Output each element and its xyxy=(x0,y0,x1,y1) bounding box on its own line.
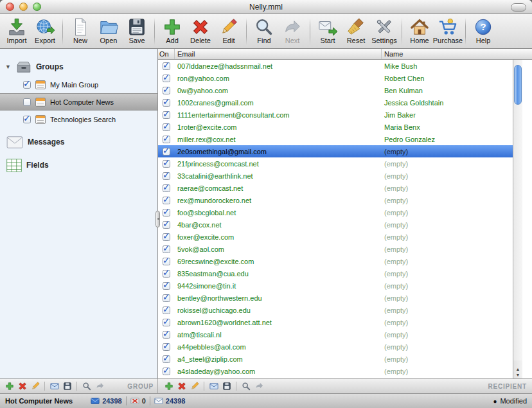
row-checkbox[interactable] xyxy=(163,245,170,253)
scrollbar-thumb[interactable] xyxy=(514,65,522,105)
recipient-add-button[interactable] xyxy=(163,381,174,392)
group-add-button[interactable] xyxy=(4,381,15,392)
row-checkbox[interactable] xyxy=(163,270,170,278)
recipient-mail-button[interactable] xyxy=(208,381,219,392)
sidebar-group-my-main-group[interactable]: My Main Group xyxy=(0,76,157,93)
table-row[interactable]: foxer@excite.com(empty) xyxy=(158,231,513,243)
column-header-on[interactable]: On xyxy=(158,49,175,59)
row-checkbox[interactable] xyxy=(163,306,170,314)
new-button[interactable]: New xyxy=(66,16,94,44)
recipient-undo-button[interactable] xyxy=(253,381,264,392)
table-row[interactable]: 007lddaneze@hadssnmail.netMike Bush xyxy=(158,60,513,72)
row-on-cell[interactable] xyxy=(158,184,175,192)
group-edit-button[interactable] xyxy=(30,381,40,392)
group-save-button[interactable] xyxy=(62,381,73,392)
row-on-cell[interactable] xyxy=(158,245,175,253)
row-checkbox[interactable] xyxy=(163,209,170,217)
export-button[interactable]: Export xyxy=(31,16,59,44)
import-button[interactable]: Import xyxy=(3,16,31,44)
row-checkbox[interactable] xyxy=(163,75,170,82)
row-on-cell[interactable] xyxy=(158,99,175,107)
table-row[interactable]: a44pebbles@aol.com(empty) xyxy=(158,341,513,353)
row-on-cell[interactable] xyxy=(158,306,175,314)
row-on-cell[interactable] xyxy=(158,111,175,119)
row-checkbox[interactable] xyxy=(163,221,170,229)
disclosure-triangle-icon[interactable]: ▼ xyxy=(5,64,12,70)
column-header-email[interactable]: Email xyxy=(175,49,382,59)
reset-button[interactable]: Reset xyxy=(342,16,370,44)
row-on-cell[interactable] xyxy=(158,123,175,131)
row-checkbox[interactable] xyxy=(163,319,170,326)
sidebar-group-hot-computer-news[interactable]: Hot Computer News xyxy=(0,93,157,111)
row-checkbox[interactable] xyxy=(163,148,170,155)
row-on-cell[interactable] xyxy=(158,172,175,180)
row-on-cell[interactable] xyxy=(158,75,175,82)
table-row[interactable]: a4_steel@ziplip.com(empty) xyxy=(158,353,513,365)
column-header-name[interactable]: Name xyxy=(382,49,532,59)
table-row[interactable]: 9442simone@tin.it(empty) xyxy=(158,279,513,292)
zoom-button[interactable] xyxy=(33,3,41,11)
group-delete-button[interactable] xyxy=(17,381,28,392)
recipient-edit-button[interactable] xyxy=(189,381,200,392)
group-checkbox[interactable] xyxy=(23,81,31,89)
recipient-save-button[interactable] xyxy=(221,381,232,392)
sidebar-group-technologies-search[interactable]: Technologies Search xyxy=(0,111,157,128)
open-button[interactable]: Open xyxy=(94,16,123,44)
table-row[interactable]: 33catalini@earthlink.net(empty) xyxy=(158,170,513,182)
row-checkbox[interactable] xyxy=(163,136,170,143)
add-button[interactable]: Add xyxy=(158,16,186,44)
row-on-cell[interactable] xyxy=(158,355,175,363)
recipient-find-button[interactable] xyxy=(240,381,251,392)
row-checkbox[interactable] xyxy=(163,160,170,168)
scroll-down-arrow-icon[interactable]: ▼ xyxy=(516,373,520,377)
table-row[interactable]: ron@yahoo.comRobert Chen xyxy=(158,72,513,84)
group-undo-button[interactable] xyxy=(94,381,105,392)
row-checkbox[interactable] xyxy=(163,172,170,180)
row-on-cell[interactable] xyxy=(158,221,175,229)
table-row[interactable]: miller.rex@cox.netPedro Gonzalez xyxy=(158,133,513,145)
delete-button[interactable]: Delete xyxy=(186,16,215,44)
next-button[interactable]: Next xyxy=(278,16,306,44)
toolbar-toggle-button[interactable] xyxy=(511,3,526,12)
table-row[interactable]: 1002cranes@gmail.comJessica Goldshtain xyxy=(158,96,513,109)
row-on-cell[interactable] xyxy=(158,148,175,155)
sidebar-item-messages[interactable]: Messages xyxy=(0,133,157,151)
row-on-cell[interactable] xyxy=(158,331,175,339)
row-on-cell[interactable] xyxy=(158,209,175,217)
edit-button[interactable]: Edit xyxy=(215,16,243,44)
save-button[interactable]: Save xyxy=(123,16,151,44)
group-mail-button[interactable] xyxy=(49,381,60,392)
row-on-cell[interactable] xyxy=(158,258,175,265)
table-row[interactable]: foo@sbcglobal.net(empty) xyxy=(158,206,513,218)
purchase-button[interactable]: Purchase xyxy=(434,16,462,44)
home-button[interactable]: Home xyxy=(405,16,434,44)
row-checkbox[interactable] xyxy=(163,62,170,70)
row-checkbox[interactable] xyxy=(163,197,170,204)
table-row[interactable]: 835eastman@cua.edu(empty) xyxy=(158,267,513,279)
row-on-cell[interactable] xyxy=(158,294,175,302)
row-on-cell[interactable] xyxy=(158,319,175,326)
row-checkbox[interactable] xyxy=(163,343,170,351)
table-row[interactable]: 5vok@aol.com(empty) xyxy=(158,243,513,255)
table-row[interactable]: a4sladeday@yahoo.com(empty) xyxy=(158,365,513,377)
table-row[interactable]: 0w@yahoo.comBen Kulman xyxy=(158,84,513,96)
table-row[interactable]: rokissel@uchicago.edu(empty) xyxy=(158,304,513,316)
group-find-button[interactable] xyxy=(81,381,92,392)
table-row[interactable]: atm@tiscali.nl(empty) xyxy=(158,328,513,341)
table-row[interactable]: bentley@northwestern.edu(empty) xyxy=(158,292,513,304)
row-checkbox[interactable] xyxy=(163,294,170,302)
table-row[interactable]: 21fprincess@comcast.net(empty) xyxy=(158,157,513,170)
scroll-up-arrow-icon[interactable]: ▲ xyxy=(516,367,520,371)
table-row[interactable]: 1111entertainment@consultant.comJim Bake… xyxy=(158,109,513,121)
table-row[interactable]: raerae@comcast.net(empty) xyxy=(158,182,513,194)
recipient-delete-button[interactable] xyxy=(176,381,187,392)
row-checkbox[interactable] xyxy=(163,331,170,339)
group-checkbox[interactable] xyxy=(23,116,31,123)
sidebar-section-groups[interactable]: ▼ Groups xyxy=(0,58,157,76)
splitter-handle[interactable] xyxy=(155,211,160,227)
start-button[interactable]: Start xyxy=(314,16,342,44)
table-row[interactable]: rex@mundorockero.net(empty) xyxy=(158,194,513,206)
minimize-button[interactable] xyxy=(19,3,28,11)
row-on-cell[interactable] xyxy=(158,62,175,70)
group-checkbox[interactable] xyxy=(23,98,31,106)
